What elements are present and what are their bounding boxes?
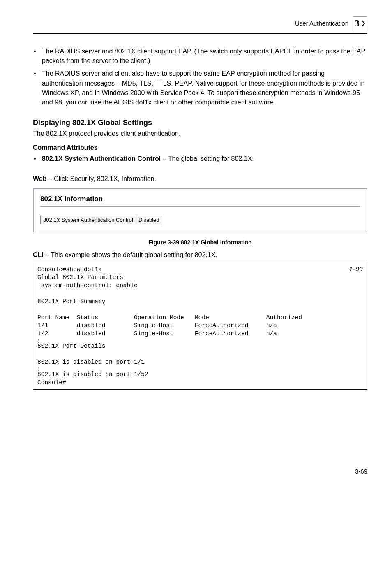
web-text: – Click Security, 802.1X, Information.: [46, 175, 156, 182]
cli-line: 802.1X is disabled on port 1/1: [37, 359, 145, 365]
cli-label: CLI: [33, 251, 44, 258]
cli-line: 802.1X is disabled on port 1/52: [37, 371, 148, 378]
vertical-ellipsis-icon: . . .: [37, 367, 363, 371]
header-divider: [33, 33, 367, 34]
screenshot-divider: [40, 206, 360, 207]
bullet-item: The RADIUS server and client also have t…: [33, 69, 367, 107]
cli-text: – This example shows the default global …: [44, 251, 217, 258]
intro-bullet-list: The RADIUS server and 802.1X client supp…: [33, 46, 367, 107]
command-attributes-heading: Command Attributes: [33, 144, 367, 151]
cli-line: system-auth-control: enable: [37, 282, 138, 289]
cli-page-ref: 4-90: [348, 266, 363, 274]
command-attribute-desc: – The global setting for 802.1X.: [161, 155, 254, 162]
cli-line: Console#show dot1x: [37, 266, 102, 273]
section-heading: Displaying 802.1X Global Settings: [33, 118, 367, 127]
cli-header-row: Port Name Status Operation Mode Mode Aut…: [37, 314, 302, 321]
ui-screenshot-panel: 802.1X Information 802.1X System Authent…: [33, 188, 367, 232]
cli-prompt: Console#: [37, 379, 66, 386]
chapter-number: 3: [355, 18, 360, 29]
page-number: 3-69: [33, 468, 367, 475]
command-attribute-item: 802.1X System Authentication Control – T…: [33, 154, 367, 163]
cli-line: 802.1X Port Summary: [37, 298, 105, 305]
screenshot-title: 802.1X Information: [40, 195, 360, 203]
section-body: The 802.1X protocol provides client auth…: [33, 129, 367, 138]
cli-data-row: 1/2 disabled Single-Host ForceAuthorized…: [37, 330, 277, 337]
chapter-badge: 3: [353, 16, 367, 30]
page-header: User Authentication 3: [33, 16, 367, 30]
cli-line: Global 802.1X Parameters: [37, 274, 123, 281]
cli-output-block: Console#show dot1x4-90 Global 802.1X Par…: [33, 263, 367, 390]
vertical-ellipsis-icon: . . .: [37, 338, 363, 343]
auth-control-value: Disabled: [136, 216, 162, 224]
auth-control-table: 802.1X System Authentication Control Dis…: [40, 216, 162, 224]
web-instruction: Web – Click Security, 802.1X, Informatio…: [33, 175, 367, 183]
command-attributes-list: 802.1X System Authentication Control – T…: [33, 154, 367, 163]
command-attribute-name: 802.1X System Authentication Control: [42, 155, 161, 162]
header-section: User Authentication: [295, 20, 348, 27]
cli-instruction: CLI – This example shows the default glo…: [33, 251, 367, 259]
bullet-item: The RADIUS server and 802.1X client supp…: [33, 46, 367, 65]
auth-control-label: 802.1X System Authentication Control: [41, 216, 136, 224]
chapter-caret-icon: [361, 20, 365, 27]
cli-line: 802.1X Port Details: [37, 343, 105, 349]
figure-caption: Figure 3-39 802.1X Global Information: [33, 239, 367, 246]
cli-data-row: 1/1 disabled Single-Host ForceAuthorized…: [37, 322, 277, 329]
web-label: Web: [33, 175, 46, 182]
